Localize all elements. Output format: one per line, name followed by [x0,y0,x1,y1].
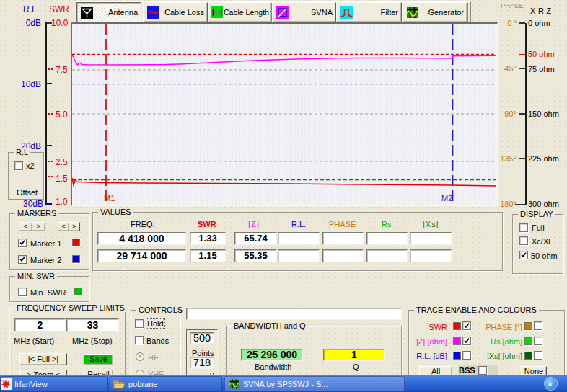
svg-text:M2: M2 [441,194,452,202]
svg-text:M1: M1 [104,194,115,202]
